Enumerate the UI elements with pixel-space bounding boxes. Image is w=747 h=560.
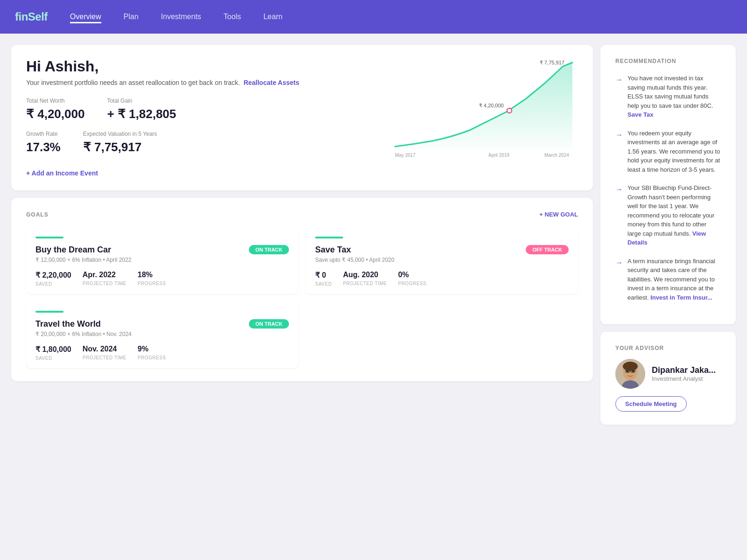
chart-svg: ₹ 4,20,000 ₹ 7,75,917 May 2017 April 201…: [386, 58, 582, 161]
nav-learn[interactable]: Learn: [263, 11, 282, 23]
goal-projected-1: Apr. 2022 PROJECTED TIME: [83, 271, 127, 287]
rec-item-2: → You redeem your equity investments at …: [615, 129, 721, 175]
logo-fin: fin: [15, 10, 28, 23]
svg-text:May 2017: May 2017: [395, 153, 416, 158]
goal-saved-2: ₹ 0 SAVED: [315, 271, 332, 287]
logo: finSelf: [15, 10, 48, 23]
goals-card: GOALS + NEW GOAL Buy the Dream Car ON TR…: [11, 198, 593, 381]
rec-item-4: → A term insurance brings financial secu…: [615, 257, 721, 302]
goal-saved-1: ₹ 2,20,000 SAVED: [35, 271, 71, 287]
growth-rate-metric: Growth Rate 17.3%: [26, 131, 61, 154]
advisor-role: Investment Analyst: [652, 375, 716, 382]
goal-metrics-2: ₹ 0 SAVED Aug. 2020 PROJECTED TIME 0% PR…: [315, 271, 569, 287]
goal-saved-3: ₹ 1,80,000 SAVED: [35, 345, 71, 361]
main-container: Hi Ashish, Your investment portfolio nee…: [0, 34, 747, 436]
svg-point-8: [623, 362, 638, 371]
advisor-avatar: [615, 359, 645, 389]
nav-investments[interactable]: Investments: [161, 11, 201, 23]
goals-grid: Buy the Dream Car ON TRACK ₹ 12,00,000 +…: [26, 227, 578, 368]
rec-arrow-4: →: [615, 257, 623, 302]
recommendation-card: RECOMMENDATION → You have not invested i…: [600, 45, 736, 324]
net-worth-metric: Total Net Worth ₹ 4,20,000: [26, 98, 85, 121]
goal-progress-3: 9% PROGRESS: [138, 345, 166, 361]
add-income-btn[interactable]: + Add an Income Event: [26, 169, 98, 177]
off-track-badge-2: OFF TRACK: [526, 245, 569, 254]
expected-val-metric: Expected Valuation in 5 Years ₹ 7,75,917: [83, 131, 157, 154]
overview-card: Hi Ashish, Your investment portfolio nee…: [11, 45, 593, 190]
goal-card-save-tax: Save Tax OFF TRACK Save upto ₹ 45,000 • …: [306, 227, 578, 294]
goal-card-dream-car: Buy the Dream Car ON TRACK ₹ 12,00,000 +…: [26, 227, 298, 294]
svg-text:April 2019: April 2019: [488, 153, 509, 158]
new-goal-button[interactable]: + NEW GOAL: [539, 211, 578, 218]
rec-arrow-1: →: [615, 74, 623, 119]
svg-text:March 2024: March 2024: [544, 153, 569, 158]
invest-term-link[interactable]: Invest in Term Insur...: [650, 294, 712, 301]
svg-point-10: [632, 370, 634, 372]
nav-overview[interactable]: Overview: [70, 11, 101, 23]
logo-self: Self: [28, 10, 48, 23]
rec-arrow-3: →: [615, 184, 623, 247]
goal-metrics-3: ₹ 1,80,000 SAVED Nov. 2024 PROJECTED TIM…: [35, 345, 289, 361]
left-panel: Hi Ashish, Your investment portfolio nee…: [11, 45, 593, 425]
goal-progress-1: 18% PROGRESS: [138, 271, 166, 287]
svg-text:₹ 4,20,000: ₹ 4,20,000: [479, 103, 504, 108]
on-track-badge-3: ON TRACK: [249, 319, 289, 329]
svg-point-0: [507, 108, 512, 113]
reallocate-link[interactable]: Reallocate Assets: [244, 79, 299, 86]
total-gain-metric: Total Gain + ₹ 1,82,805: [107, 98, 176, 121]
advisor-info: Dipankar Jaka... Investment Analyst: [615, 359, 721, 389]
advisor-title: YOUR ADVISOR: [615, 345, 721, 351]
goal-metrics-1: ₹ 2,20,000 SAVED Apr. 2022 PROJECTED TIM…: [35, 271, 289, 287]
advisor-details: Dipankar Jaka... Investment Analyst: [652, 365, 716, 382]
svg-text:₹ 7,75,917: ₹ 7,75,917: [540, 60, 564, 65]
goal-bar-2: [315, 237, 343, 238]
rec-item-3: → Your SBI Bluechip Fund-Direct-Growth h…: [615, 183, 721, 247]
goal-projected-2: Aug. 2020 PROJECTED TIME: [343, 271, 387, 287]
goal-progress-2: 0% PROGRESS: [398, 271, 427, 287]
schedule-meeting-button[interactable]: Schedule Meeting: [615, 396, 687, 412]
goals-header: GOALS + NEW GOAL: [26, 211, 578, 218]
goal-header-row-3: Travel the World ON TRACK: [35, 319, 289, 329]
svg-point-9: [627, 370, 629, 372]
navbar: finSelf Overview Plan Investments Tools …: [0, 0, 747, 34]
nav-links: Overview Plan Investments Tools Learn: [70, 11, 282, 23]
goals-title: GOALS: [26, 211, 49, 218]
rec-item-1: → You have not invested in tax saving mu…: [615, 74, 721, 119]
recommendation-title: RECOMMENDATION: [615, 58, 721, 64]
portfolio-chart: ₹ 4,20,000 ₹ 7,75,917 May 2017 April 201…: [386, 58, 582, 161]
goal-card-travel: Travel the World ON TRACK ₹ 20,00,000 + …: [26, 301, 298, 368]
goal-header-row-1: Buy the Dream Car ON TRACK: [35, 245, 289, 255]
save-tax-link[interactable]: Save Tax: [627, 111, 653, 118]
right-panel: RECOMMENDATION → You have not invested i…: [600, 45, 736, 425]
goal-projected-3: Nov. 2024 PROJECTED TIME: [83, 345, 127, 361]
goal-bar-1: [35, 237, 63, 238]
on-track-badge-1: ON TRACK: [249, 245, 289, 254]
nav-plan[interactable]: Plan: [124, 11, 139, 23]
goal-header-row-2: Save Tax OFF TRACK: [315, 245, 569, 255]
goal-bar-3: [35, 311, 63, 313]
rec-arrow-2: →: [615, 129, 623, 175]
nav-tools[interactable]: Tools: [224, 11, 241, 23]
advisor-name: Dipankar Jaka...: [652, 365, 716, 375]
advisor-card: YOUR ADVISOR: [600, 332, 736, 425]
